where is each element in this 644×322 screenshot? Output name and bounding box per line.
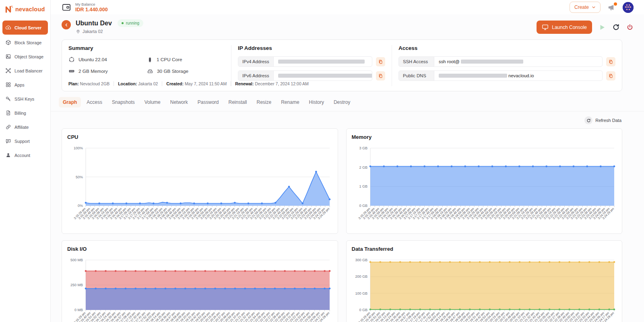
play-icon bbox=[599, 24, 606, 31]
sidebar-item-block-storage[interactable]: Block Storage bbox=[2, 36, 48, 49]
cpu-chart-card: CPU 0%50%100%3:15:29 pm3:15:39 pm3:15:49… bbox=[62, 128, 338, 234]
svg-text:0%: 0% bbox=[78, 204, 83, 208]
refresh-data-button[interactable]: Refresh Data bbox=[584, 116, 621, 124]
tab-destroy[interactable]: Destroy bbox=[330, 97, 354, 107]
sidebar: nevacloud Cloud Server Block Storage Obj… bbox=[0, 0, 51, 322]
svg-text:1 GB: 1 GB bbox=[359, 184, 367, 188]
copy-ipv4-button[interactable] bbox=[376, 57, 385, 66]
status-label: running bbox=[126, 21, 139, 25]
svg-text:100%: 100% bbox=[74, 146, 83, 150]
sidebar-item-object-storage[interactable]: Object Storage bbox=[2, 50, 48, 63]
svg-text:0 GB: 0 GB bbox=[359, 204, 367, 208]
sidebar-item-cloud-server[interactable]: Cloud Server bbox=[2, 21, 48, 35]
refresh-data-icon-wrap bbox=[584, 116, 592, 124]
summary-panel: Summary Ubuntu 22.04 1 CPU Core 2 GB Mem… bbox=[62, 45, 231, 86]
svg-text:500 MB: 500 MB bbox=[70, 258, 83, 262]
data-transferred-chart[interactable]: 0 GB100 GB200 GB300 GB3:15:29 pm3:15:40 … bbox=[352, 256, 617, 322]
back-button[interactable] bbox=[62, 20, 71, 29]
svg-text:100 GB: 100 GB bbox=[355, 291, 367, 295]
summary-title: Summary bbox=[68, 45, 225, 51]
key-icon bbox=[5, 96, 11, 102]
power-icon bbox=[626, 24, 634, 31]
tab-reinstall[interactable]: Reinstall bbox=[224, 97, 251, 107]
refresh-data-label: Refresh Data bbox=[595, 118, 621, 123]
refresh-icon bbox=[586, 118, 591, 123]
svg-text:50%: 50% bbox=[76, 175, 83, 179]
brand-name: nevacloud bbox=[15, 6, 45, 12]
status-badge: running bbox=[118, 19, 143, 27]
ipv4-label: IPv4 Address bbox=[238, 57, 274, 66]
disk-io-chart-card: Disk I/O 0 MB250 MB500 MB3:15:29 pm3:15:… bbox=[62, 240, 338, 322]
tab-resize[interactable]: Resize bbox=[253, 97, 276, 107]
balance-widget[interactable]: My Balance IDR 1.440.000 bbox=[61, 2, 108, 12]
sidebar-item-load-balancer[interactable]: Load Balancer bbox=[2, 64, 48, 77]
ipv4-row: IPv4 Address bbox=[238, 56, 385, 67]
charts-grid: CPU 0%50%100%3:15:29 pm3:15:39 pm3:15:49… bbox=[51, 126, 644, 322]
disk-io-chart[interactable]: 0 MB250 MB500 MB3:15:29 pm3:15:40 pm3:15… bbox=[67, 256, 333, 322]
meta-plan: Plan: Nevacloud 2GB bbox=[68, 81, 114, 86]
tab-snapshots[interactable]: Snapshots bbox=[108, 97, 139, 107]
chevron-down-icon bbox=[592, 5, 596, 9]
svg-text:3 GB: 3 GB bbox=[359, 146, 367, 150]
spec-cpu: 1 CPU Core bbox=[147, 56, 225, 63]
server-header: Ubuntu Dev running Jakarta 02 Launch Con… bbox=[51, 14, 644, 39]
spec-os-label: Ubuntu 22.04 bbox=[78, 57, 107, 62]
cpu-chart[interactable]: 0%50%100%3:15:29 pm3:15:39 pm3:15:49 pm3… bbox=[67, 144, 333, 229]
ip-addresses-panel: IP Addresses IPv4 Address IPv6 Address bbox=[231, 45, 392, 86]
sidebar-item-account[interactable]: Account bbox=[2, 149, 48, 161]
cube-icon bbox=[5, 39, 11, 45]
wallet-icon bbox=[61, 2, 72, 12]
main-content: My Balance IDR 1.440.000 Create bbox=[51, 0, 644, 322]
spec-cpu-label: 1 CPU Core bbox=[157, 57, 182, 62]
ssh-access-label: SSH Access bbox=[399, 57, 434, 66]
spec-storage-label: 30 GB Storage bbox=[157, 68, 188, 74]
tab-rename[interactable]: Rename bbox=[277, 97, 303, 107]
spec-memory: 2 GB Memory bbox=[68, 68, 147, 74]
ipv4-value-redacted bbox=[278, 60, 365, 64]
server-tabs: Graph Access Snapshots Volume Network Pa… bbox=[51, 91, 644, 111]
brand-logo[interactable]: nevacloud bbox=[0, 0, 50, 21]
svg-text:250 MB: 250 MB bbox=[70, 283, 83, 287]
copy-icon bbox=[378, 59, 383, 64]
copy-ssh-button[interactable] bbox=[606, 57, 615, 66]
sidebar-menu: Cloud Server Block Storage Object Storag… bbox=[0, 21, 50, 161]
tab-graph[interactable]: Graph bbox=[59, 97, 81, 107]
server-meta: Plan: Nevacloud 2GB Location: Jakarta 02… bbox=[68, 81, 225, 86]
grid-icon bbox=[5, 82, 11, 88]
tab-network[interactable]: Network bbox=[166, 97, 192, 107]
ssh-access-row: SSH Access ssh root@ bbox=[398, 56, 615, 67]
nodes-icon bbox=[5, 68, 11, 74]
svg-text:2 GB: 2 GB bbox=[359, 165, 367, 169]
sidebar-item-billing[interactable]: Billing bbox=[2, 107, 48, 119]
sidebar-item-ssh-keys[interactable]: SSH Keys bbox=[2, 93, 48, 105]
tab-volume[interactable]: Volume bbox=[140, 97, 165, 107]
chevron-left-icon bbox=[64, 23, 69, 27]
sidebar-item-label: Affiliate bbox=[14, 125, 29, 130]
server-location: Jakarta 02 bbox=[83, 29, 103, 34]
server-name: Ubuntu Dev bbox=[76, 20, 112, 27]
topbar: My Balance IDR 1.440.000 Create bbox=[51, 0, 644, 14]
svg-text:200 GB: 200 GB bbox=[355, 275, 367, 279]
sidebar-item-label: Object Storage bbox=[14, 54, 43, 59]
power-off-button[interactable] bbox=[626, 24, 634, 31]
launch-console-button[interactable]: Launch Console bbox=[537, 21, 592, 34]
tab-password[interactable]: Password bbox=[194, 97, 223, 107]
sidebar-item-apps[interactable]: Apps bbox=[2, 78, 48, 91]
start-server-button[interactable] bbox=[599, 24, 606, 31]
data-transferred-chart-card: Data Transferred 0 GB100 GB200 GB300 GB3… bbox=[346, 240, 623, 322]
copy-icon bbox=[608, 73, 613, 78]
restart-server-button[interactable] bbox=[612, 23, 620, 31]
memory-chart[interactable]: 0 GB1 GB2 GB3 GB3:15:29 pm3:15:39 pm3:15… bbox=[352, 144, 617, 229]
sidebar-item-affiliate[interactable]: Affiliate bbox=[2, 121, 48, 133]
copy-ipv6-button[interactable] bbox=[376, 71, 385, 80]
image-box-icon bbox=[5, 54, 11, 60]
create-button[interactable]: Create bbox=[570, 2, 601, 13]
tab-access[interactable]: Access bbox=[83, 97, 106, 107]
sidebar-item-support[interactable]: Support bbox=[2, 135, 48, 147]
copy-dns-button[interactable] bbox=[606, 71, 615, 80]
tab-history[interactable]: History bbox=[305, 97, 328, 107]
notifications-button[interactable] bbox=[608, 4, 615, 11]
avatar[interactable] bbox=[623, 2, 634, 13]
location-pin-icon bbox=[76, 29, 80, 34]
memory-chart-title: Memory bbox=[352, 134, 618, 140]
